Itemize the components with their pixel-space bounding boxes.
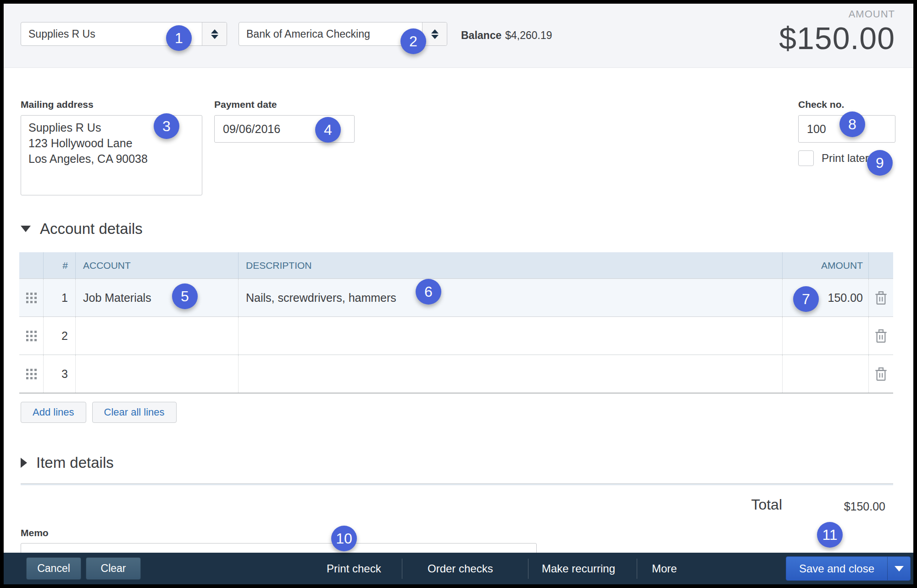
line-actions: Add lines Clear all lines — [21, 402, 177, 423]
description-cell[interactable]: Nails, screwdrivers, hammers — [238, 279, 782, 316]
save-and-close-button[interactable]: Save and close — [786, 557, 887, 580]
clear-button[interactable]: Clear — [86, 557, 141, 580]
payment-date-value: 09/06/2016 — [223, 122, 280, 136]
save-options-dropdown[interactable] — [887, 557, 910, 580]
expand-triangle-icon — [21, 458, 27, 468]
drag-handle-icon[interactable] — [19, 317, 43, 355]
total-label: Total — [751, 496, 782, 513]
payee-select[interactable]: Supplies R Us — [21, 22, 227, 46]
order-checks-button[interactable]: Order checks — [428, 553, 493, 584]
delete-line-button[interactable] — [868, 317, 893, 355]
annotation-badge-2: 2 — [400, 28, 426, 54]
down-arrow-icon — [431, 35, 439, 39]
mailing-address-label: Mailing address — [21, 99, 94, 110]
item-details-toggle[interactable]: Item details — [21, 454, 114, 472]
row-number: 1 — [43, 279, 75, 316]
annotation-badge-1: 1 — [166, 25, 192, 51]
balance-display: Balance$4,260.19 — [461, 29, 552, 42]
annotation-badge-11: 11 — [817, 522, 843, 548]
drag-handle-icon[interactable] — [19, 355, 43, 393]
down-arrow-icon — [211, 35, 218, 39]
account-details-table: # ACCOUNT DESCRIPTION AMOUNT 1 Job Mater… — [19, 252, 893, 394]
make-recurring-button[interactable]: Make recurring — [542, 553, 615, 584]
clear-all-lines-button[interactable]: Clear all lines — [92, 402, 177, 423]
drag-handle-icon[interactable] — [19, 279, 43, 316]
row-number: 3 — [43, 355, 75, 393]
account-details-title: Account details — [40, 220, 143, 238]
memo-label: Memo — [21, 527, 49, 538]
annotation-badge-3: 3 — [154, 113, 179, 139]
description-column-header: DESCRIPTION — [238, 252, 782, 278]
check-no-value: 100 — [807, 122, 826, 136]
num-column-header: # — [43, 252, 75, 278]
total-value: $150.00 — [844, 500, 885, 513]
annotation-badge-4: 4 — [315, 117, 341, 143]
amount-cell[interactable] — [782, 317, 868, 355]
table-row: 3 — [19, 355, 893, 393]
check-form-window: Supplies R Us Bank of America Checking B… — [4, 4, 913, 584]
table-row: 1 Job Materials Nails, screwdrivers, ham… — [19, 278, 893, 316]
description-cell[interactable] — [238, 317, 782, 355]
balance-value: $4,260.19 — [505, 29, 552, 41]
print-check-button[interactable]: Print check — [327, 553, 381, 584]
trash-icon — [875, 367, 887, 381]
collapse-triangle-icon — [21, 226, 31, 232]
description-cell[interactable] — [238, 355, 782, 393]
delete-line-button[interactable] — [868, 279, 893, 316]
header-band: Supplies R Us Bank of America Checking B… — [4, 4, 913, 68]
trash-column-header — [868, 252, 893, 278]
add-lines-button[interactable]: Add lines — [21, 402, 86, 423]
section-divider — [21, 483, 893, 485]
delete-line-button[interactable] — [868, 355, 893, 393]
cancel-button[interactable]: Cancel — [26, 557, 81, 580]
account-cell[interactable]: Job Materials — [75, 279, 238, 316]
item-details-title: Item details — [36, 454, 114, 472]
print-later-label: Print later — [822, 152, 869, 165]
amount-column-header: AMOUNT — [782, 252, 868, 278]
bank-account-value: Bank of America Checking — [239, 22, 422, 45]
amount-display: AMOUNT $150.00 — [779, 8, 895, 56]
annotation-badge-6: 6 — [416, 279, 441, 305]
table-row: 2 — [19, 316, 893, 355]
trash-icon — [875, 329, 887, 343]
amount-label: AMOUNT — [779, 8, 895, 20]
save-split-button: Save and close — [786, 556, 911, 581]
check-no-label: Check no. — [798, 99, 844, 110]
up-arrow-icon — [211, 29, 218, 33]
annotation-badge-9: 9 — [867, 150, 893, 176]
table-header-row: # ACCOUNT DESCRIPTION AMOUNT — [19, 252, 893, 278]
print-later-option: Print later — [798, 150, 869, 166]
footer-separator — [528, 559, 528, 579]
annotation-badge-8: 8 — [839, 111, 865, 137]
row-number: 2 — [43, 317, 75, 355]
footer-action-bar: Cancel Clear Print check Order checks Ma… — [4, 553, 913, 584]
balance-label: Balance — [461, 29, 501, 41]
drag-column-header — [19, 252, 43, 278]
dropdown-arrow-icon — [895, 566, 904, 571]
amount-value: $150.00 — [779, 20, 895, 56]
print-later-checkbox[interactable] — [798, 150, 814, 166]
annotation-badge-5: 5 — [172, 283, 198, 309]
footer-separator — [402, 559, 402, 579]
payee-spinner-icon[interactable] — [202, 22, 227, 45]
annotation-badge-10: 10 — [331, 526, 357, 551]
account-cell[interactable] — [75, 317, 238, 355]
amount-cell[interactable] — [782, 355, 868, 393]
account-column-header: ACCOUNT — [75, 252, 238, 278]
trash-icon — [875, 291, 887, 305]
payment-date-label: Payment date — [214, 99, 277, 110]
footer-separator — [637, 559, 637, 579]
account-details-toggle[interactable]: Account details — [21, 220, 143, 238]
address-line: Los Angeles, CA 90038 — [28, 151, 195, 166]
up-arrow-icon — [431, 29, 439, 33]
annotation-badge-7: 7 — [793, 286, 819, 312]
more-button[interactable]: More — [652, 553, 677, 584]
account-cell[interactable] — [75, 355, 238, 393]
